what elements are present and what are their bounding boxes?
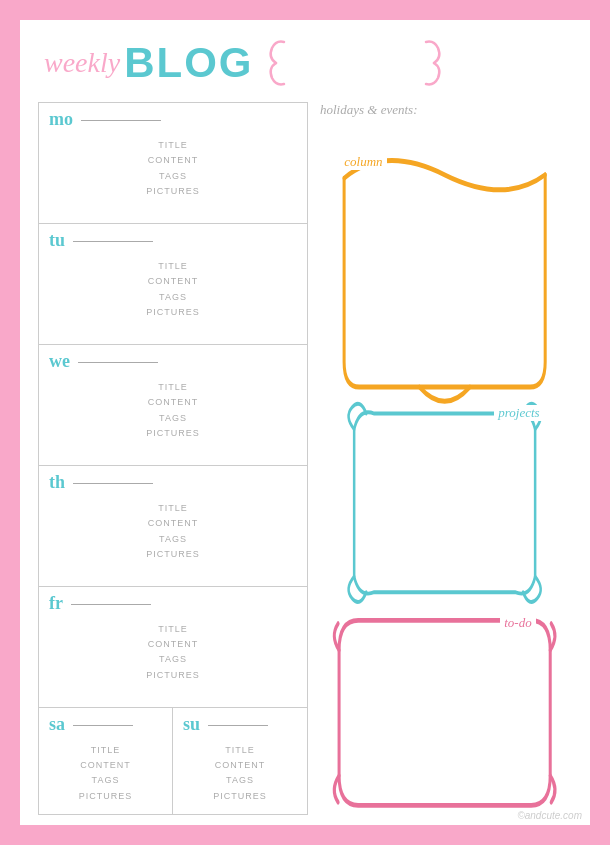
projects-frame-svg xyxy=(324,401,565,605)
day-item: PICTURES xyxy=(49,184,297,199)
day-item: TAGS xyxy=(49,169,297,184)
day-item: CONTENT xyxy=(49,516,297,531)
header-weekly: weekly xyxy=(44,47,120,79)
day-label-su: su xyxy=(183,714,200,734)
day-line-su xyxy=(208,725,268,726)
day-label-sa: sa xyxy=(49,714,65,734)
day-label-tu: tu xyxy=(49,230,65,250)
header-blog: BLOG xyxy=(124,39,253,87)
day-item: TITLE xyxy=(183,743,297,758)
header-deco2-icon xyxy=(406,38,446,88)
day-item: TITLE xyxy=(49,380,297,395)
todo-frame-label: to-do xyxy=(500,615,535,631)
day-item: TITLE xyxy=(49,138,297,153)
day-item: PICTURES xyxy=(49,426,297,441)
header-deco-icon xyxy=(266,38,326,88)
day-item: TAGS xyxy=(183,773,297,788)
day-item: TITLE xyxy=(49,743,162,758)
day-block-su: su TITLE CONTENT TAGS PICTURES xyxy=(173,708,307,814)
day-item: TITLE xyxy=(49,259,297,274)
main-layout: mo TITLE CONTENT TAGS PICTURES tu TITLE … xyxy=(38,102,572,815)
day-block-mo: mo TITLE CONTENT TAGS PICTURES xyxy=(39,103,307,224)
day-block-th: th TITLE CONTENT TAGS PICTURES xyxy=(39,466,307,587)
page: weekly BLOG mo TITLE CONTENT TAGS PICTUR… xyxy=(20,20,590,825)
todo-frame-svg xyxy=(324,611,565,815)
day-label-mo: mo xyxy=(49,109,73,129)
day-label-we: we xyxy=(49,351,70,371)
day-items-we: TITLE CONTENT TAGS PICTURES xyxy=(49,380,297,441)
projects-frame-label: projects xyxy=(494,405,543,421)
projects-frame-wrapper: projects xyxy=(324,401,565,605)
column-frame-label: column xyxy=(340,154,386,170)
day-item: CONTENT xyxy=(49,758,162,773)
day-block-we: we TITLE CONTENT TAGS PICTURES xyxy=(39,345,307,466)
todo-frame-wrapper: to-do xyxy=(324,611,565,815)
day-items-sa: TITLE CONTENT TAGS PICTURES xyxy=(49,743,162,804)
day-item: PICTURES xyxy=(49,305,297,320)
day-items-su: TITLE CONTENT TAGS PICTURES xyxy=(183,743,297,804)
day-item: CONTENT xyxy=(183,758,297,773)
header: weekly BLOG xyxy=(38,38,572,88)
right-column: holidays & events: column xyxy=(318,102,572,815)
day-item: CONTENT xyxy=(49,274,297,289)
day-item: CONTENT xyxy=(49,395,297,410)
day-item: PICTURES xyxy=(49,668,297,683)
day-label-fr: fr xyxy=(49,593,63,613)
day-item: TAGS xyxy=(49,290,297,305)
day-block-tu: tu TITLE CONTENT TAGS PICTURES xyxy=(39,224,307,345)
day-line-tu xyxy=(73,241,153,242)
column-frame-wrapper: column xyxy=(324,128,565,395)
right-frames: column pro xyxy=(318,124,572,815)
day-line-sa xyxy=(73,725,133,726)
day-item: TITLE xyxy=(49,501,297,516)
day-line-th xyxy=(73,483,153,484)
day-item: TAGS xyxy=(49,773,162,788)
day-items-mo: TITLE CONTENT TAGS PICTURES xyxy=(49,138,297,199)
day-item: PICTURES xyxy=(49,789,162,804)
days-column: mo TITLE CONTENT TAGS PICTURES tu TITLE … xyxy=(38,102,308,815)
day-item: TAGS xyxy=(49,411,297,426)
day-line-mo xyxy=(81,120,161,121)
day-item: CONTENT xyxy=(49,153,297,168)
day-items-fr: TITLE CONTENT TAGS PICTURES xyxy=(49,622,297,683)
day-item: PICTURES xyxy=(49,547,297,562)
day-item: PICTURES xyxy=(183,789,297,804)
day-line-fr xyxy=(71,604,151,605)
watermark: ©andcute.com xyxy=(517,810,582,821)
holidays-label: holidays & events: xyxy=(318,102,572,118)
day-line-we xyxy=(78,362,158,363)
day-items-tu: TITLE CONTENT TAGS PICTURES xyxy=(49,259,297,320)
day-item: TAGS xyxy=(49,652,297,667)
sa-su-row: sa TITLE CONTENT TAGS PICTURES su TITLE … xyxy=(39,708,307,814)
day-item: CONTENT xyxy=(49,637,297,652)
day-label-th: th xyxy=(49,472,65,492)
day-item: TAGS xyxy=(49,532,297,547)
day-block-fr: fr TITLE CONTENT TAGS PICTURES xyxy=(39,587,307,708)
day-item: TITLE xyxy=(49,622,297,637)
day-items-th: TITLE CONTENT TAGS PICTURES xyxy=(49,501,297,562)
day-block-sa: sa TITLE CONTENT TAGS PICTURES xyxy=(39,708,173,814)
